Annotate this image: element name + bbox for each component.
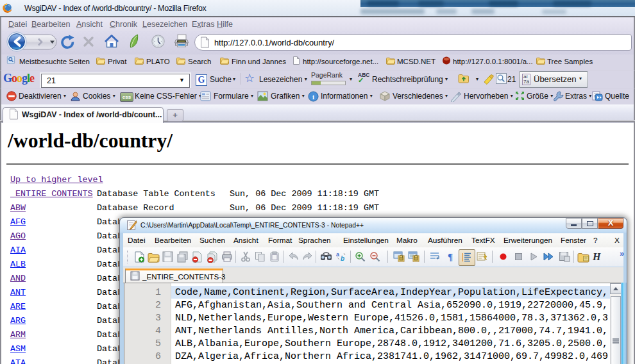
svg-text:¶: ¶ xyxy=(448,252,453,262)
svg-text:i: i xyxy=(312,93,314,101)
svg-text:H: H xyxy=(592,251,601,262)
svg-text:b: b xyxy=(341,255,344,262)
svg-text:a: a xyxy=(336,251,340,258)
